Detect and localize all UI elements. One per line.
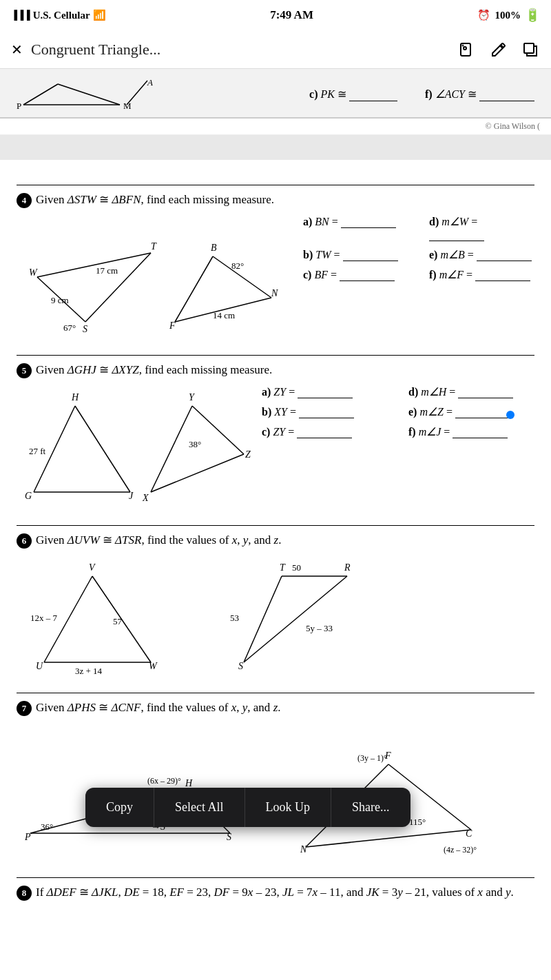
problem-5-diagram: H G J 27 ft Y X Z 38° [17,385,251,509]
svg-line-13 [85,253,151,322]
answer-4f: f) m∠F = [429,268,534,281]
svg-line-35 [151,406,192,492]
svg-line-12 [37,253,151,277]
problem-6-header: 6 Given ΔUVW ≅ ΔTSR, find the values of … [17,533,534,549]
svg-text:G: G [25,491,32,501]
svg-text:R: R [344,562,351,573]
svg-text:53: 53 [230,613,239,623]
status-left: ▐▐▐ U.S. Cellular 📶 [11,9,106,21]
search-button[interactable] [457,40,477,59]
svg-text:N: N [271,288,278,298]
svg-text:W: W [29,267,38,278]
answer-5e: e) m∠Z = [408,405,534,418]
svg-text:B: B [211,243,217,253]
wifi-icon: 📶 [93,9,106,21]
answer-4c: c) BF = [303,268,408,281]
svg-text:U: U [36,661,43,671]
svg-text:82°: 82° [231,261,244,271]
close-button[interactable]: ✕ [11,41,23,58]
svg-text:A: A [147,77,153,88]
svg-line-53 [244,576,347,662]
context-menu: Copy Select All Look Up Share... [85,788,410,827]
svg-text:H: H [71,392,79,402]
divider-7 [17,693,534,693]
problem-5-header: 5 Given ΔGHJ ≅ ΔXYZ, find each missing m… [17,363,534,378]
answer-5f: f) m∠J = [408,425,534,438]
problem-4-text: Given ΔSTW ≅ ΔBFN, find each missing mea… [36,192,274,207]
divider-8 [17,877,534,878]
svg-text:38°: 38° [189,439,201,449]
svg-text:T: T [280,562,286,573]
svg-text:17 cm: 17 cm [96,265,118,276]
svg-text:14 cm: 14 cm [213,310,235,320]
answer-4e: e) m∠B = [429,248,534,261]
problem-7-text: Given ΔPHS ≅ ΔCNF, find the values of x,… [36,700,281,715]
problem-7: 7 Given ΔPHS ≅ ΔCNF, find the values of … [17,693,534,861]
problem-8-header: 8 If ΔDEF ≅ ΔJKL, DE = 18, EF = 23, DF =… [17,885,534,901]
copyright-bar: © Gina Wilson ( [0,119,551,135]
problem-5-answers: a) ZY = d) m∠H = b) XY = e) m∠Z = c) [262,385,534,445]
svg-text:J: J [129,491,134,501]
problem-4-diagram: T W S 9 cm 17 cm 67° B F N 82° [17,215,292,338]
svg-text:3z + 14: 3z + 14 [75,666,103,676]
svg-text:V: V [89,562,96,573]
answer-5c: c) ZY = [262,425,388,438]
svg-text:Y: Y [189,392,196,402]
signal-icon: ▐▐▐ [11,10,30,21]
svg-text:P: P [24,832,31,842]
svg-line-20 [175,256,213,322]
context-menu-select-all[interactable]: Select All [154,788,245,827]
svg-line-37 [151,454,244,492]
top-fragment: P M A c) PK ≅ f) ∠ACY ≅ [0,69,551,119]
svg-line-51 [244,576,282,662]
svg-text:S: S [238,661,243,671]
diagram-5-svg: H G J 27 ft Y X Z 38° [17,385,251,506]
svg-text:N: N [300,844,307,855]
svg-text:67°: 67° [63,323,76,333]
answer-row-4a: a) BN = d) m∠W = [303,215,534,241]
svg-text:115°: 115° [409,817,426,827]
svg-text:(3y – 1)°: (3y – 1)° [357,753,387,763]
svg-text:12x – 7: 12x – 7 [30,613,58,623]
answer-4d: d) m∠W = [429,215,534,241]
problem-6: 6 Given ΔUVW ≅ ΔTSR, find the values of … [17,525,534,676]
status-bar: ▐▐▐ U.S. Cellular 📶 7:49 AM ⏰ 100% 🔋 [0,0,551,30]
edit-button[interactable] [489,40,508,59]
answer-row-5c: c) ZY = f) m∠J = [262,425,534,438]
answer-4a: a) BN = [303,215,408,228]
svg-text:(4z – 32)°: (4z – 32)° [444,845,477,855]
answer-5b: b) XY = [262,405,388,418]
svg-text:5y – 33: 5y – 33 [306,623,333,633]
svg-rect-3 [524,43,534,53]
context-menu-copy[interactable]: Copy [85,788,154,827]
svg-text:F: F [169,320,176,331]
answer-5d: d) m∠H = [408,385,534,398]
svg-line-6 [58,84,120,105]
svg-text:9 cm: 9 cm [51,295,69,305]
svg-text:57: 57 [113,616,123,626]
svg-line-29 [75,406,130,492]
svg-text:(6x – 29)°: (6x – 29)° [147,776,181,786]
top-frag-answers: c) PK ≅ f) ∠ACY ≅ [309,88,534,101]
context-menu-share[interactable]: Share... [331,788,410,827]
context-menu-look-up[interactable]: Look Up [245,788,332,827]
svg-text:50: 50 [292,562,301,573]
problem-7-number: 7 [17,701,32,716]
answer-row-4b: b) TW = e) m∠B = [303,248,534,261]
spacing-band [0,135,551,160]
svg-text:36°: 36° [41,821,53,832]
selection-dot [506,411,514,419]
divider-4 [17,185,534,185]
worksheet: 4 Given ΔSTW ≅ ΔBFN, find each missing m… [0,160,551,931]
svg-point-2 [463,45,464,45]
answer-4b: b) TW = [303,248,408,261]
problem-4: 4 Given ΔSTW ≅ ΔBFN, find each missing m… [17,185,534,338]
problem-4-content: T W S 9 cm 17 cm 67° B F N 82° [17,215,534,338]
problem-5-text: Given ΔGHJ ≅ ΔXYZ, find each missing mea… [36,363,272,377]
svg-text:X: X [142,493,149,503]
nav-icons [457,40,540,59]
time-display: 7:49 AM [270,8,313,22]
problem-4-number: 4 [17,193,32,208]
external-link-button[interactable] [521,40,540,59]
problem-6-text: Given ΔUVW ≅ ΔTSR, find the values of x,… [36,533,281,547]
